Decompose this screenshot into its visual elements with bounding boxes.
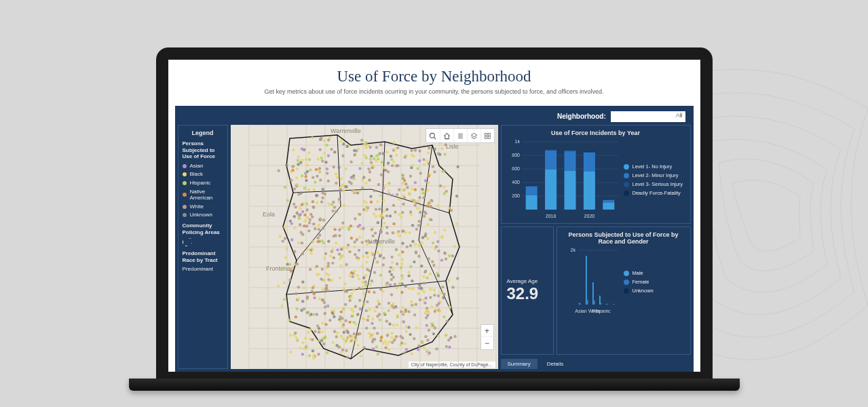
svg-point-202 — [451, 286, 454, 288]
map-panel[interactable]: + − City of Naperville, County of DuPage… — [231, 125, 498, 369]
map-layers-button[interactable] — [467, 129, 480, 142]
svg-point-601 — [299, 231, 302, 233]
svg-point-688 — [285, 248, 288, 250]
svg-point-147 — [354, 217, 356, 220]
svg-point-638 — [371, 347, 374, 350]
svg-point-128 — [294, 206, 297, 208]
year-chart-plot[interactable]: 2004006008001k20182020 — [507, 139, 620, 220]
race-gender-chart-plot[interactable]: 2kAsianWhiteHispanic — [563, 248, 620, 315]
legend-group-persons: Persons Subjected to Use of Force — [183, 140, 223, 160]
svg-point-154 — [381, 166, 384, 169]
svg-point-225 — [447, 279, 450, 282]
svg-point-831 — [394, 335, 397, 338]
svg-text:1k: 1k — [514, 139, 520, 144]
svg-point-177 — [370, 155, 373, 157]
svg-point-187 — [394, 248, 397, 251]
svg-rect-6 — [488, 133, 490, 135]
svg-point-437 — [426, 189, 429, 191]
svg-point-889 — [343, 282, 346, 285]
svg-point-536 — [293, 250, 296, 253]
svg-point-420 — [383, 222, 385, 225]
svg-point-925 — [345, 338, 347, 341]
svg-point-487 — [409, 265, 412, 268]
svg-point-156 — [421, 188, 423, 191]
svg-point-621 — [311, 215, 314, 218]
svg-text:Lisle: Lisle — [446, 143, 459, 150]
svg-point-745 — [352, 190, 354, 193]
svg-point-892 — [339, 320, 341, 323]
svg-point-781 — [414, 303, 417, 306]
svg-point-142 — [400, 282, 403, 285]
svg-point-896 — [437, 302, 440, 305]
svg-point-528 — [424, 309, 427, 312]
svg-point-770 — [347, 336, 350, 338]
svg-point-846 — [359, 355, 362, 357]
year-chart-card: Use of Force Incidents by Year 200400600… — [501, 125, 691, 224]
svg-point-52 — [421, 236, 423, 239]
svg-point-905 — [283, 226, 286, 229]
svg-point-415 — [289, 351, 292, 353]
svg-point-886 — [333, 151, 336, 153]
svg-point-866 — [306, 248, 309, 251]
svg-point-750 — [402, 351, 405, 354]
svg-point-813 — [345, 145, 348, 148]
race-gender-chart-legend: MaleFemaleUnknown — [624, 267, 685, 296]
svg-point-529 — [364, 252, 367, 254]
svg-point-842 — [426, 338, 429, 341]
map-basemap-button[interactable] — [480, 129, 494, 142]
svg-point-564 — [362, 254, 364, 257]
svg-point-796 — [385, 226, 388, 229]
svg-point-299 — [291, 169, 294, 172]
svg-point-643 — [347, 180, 350, 183]
svg-point-874 — [341, 183, 343, 186]
svg-point-256 — [433, 294, 436, 296]
svg-point-787 — [307, 151, 310, 154]
svg-point-100 — [324, 252, 326, 255]
tab-summary[interactable]: Summary — [501, 359, 537, 369]
svg-point-426 — [342, 204, 345, 207]
neighborhood-select[interactable]: All — [611, 111, 685, 122]
average-age-label: Average Age — [507, 278, 538, 284]
page-subtitle: Get key metrics about use of force incid… — [182, 88, 687, 95]
svg-point-707 — [352, 332, 355, 335]
svg-point-918 — [364, 201, 366, 204]
svg-point-71 — [375, 305, 378, 308]
svg-point-513 — [440, 147, 443, 150]
svg-point-257 — [444, 143, 447, 146]
svg-point-933 — [357, 249, 360, 252]
svg-point-253 — [354, 305, 356, 308]
svg-point-639 — [297, 163, 299, 166]
map-canvas[interactable]: WarrenvilleLisleEolaFrontenacNaperville — [231, 125, 498, 369]
svg-point-804 — [385, 232, 388, 235]
svg-point-54 — [384, 346, 387, 349]
svg-point-62 — [366, 319, 369, 322]
svg-point-434 — [395, 193, 398, 196]
svg-point-288 — [413, 181, 416, 184]
svg-point-619 — [369, 336, 371, 338]
map-legend-button[interactable] — [453, 129, 467, 142]
svg-point-706 — [422, 282, 425, 284]
svg-point-927 — [351, 338, 354, 341]
svg-point-411 — [314, 168, 317, 171]
svg-point-335 — [453, 335, 456, 338]
page-header: Use of Force by Neighborhood Get key met… — [168, 60, 700, 99]
svg-point-510 — [318, 297, 320, 300]
svg-rect-7 — [485, 136, 487, 138]
svg-point-123 — [289, 178, 292, 181]
svg-point-714 — [399, 335, 402, 338]
svg-point-922 — [440, 258, 442, 261]
svg-point-575 — [364, 281, 366, 284]
svg-point-122 — [416, 348, 419, 351]
chart-legend-item: Deadly Force-Fatality — [624, 190, 685, 196]
svg-point-625 — [307, 221, 310, 224]
svg-point-641 — [377, 303, 380, 305]
svg-point-315 — [411, 304, 413, 307]
map-search-button[interactable] — [426, 129, 440, 142]
zoom-in-button[interactable]: + — [481, 325, 493, 337]
tab-details[interactable]: Details — [540, 359, 570, 369]
map-home-button[interactable] — [440, 129, 453, 142]
svg-point-729 — [364, 284, 366, 286]
zoom-out-button[interactable]: − — [481, 337, 493, 349]
svg-point-342 — [316, 157, 319, 160]
svg-point-834 — [378, 214, 381, 217]
